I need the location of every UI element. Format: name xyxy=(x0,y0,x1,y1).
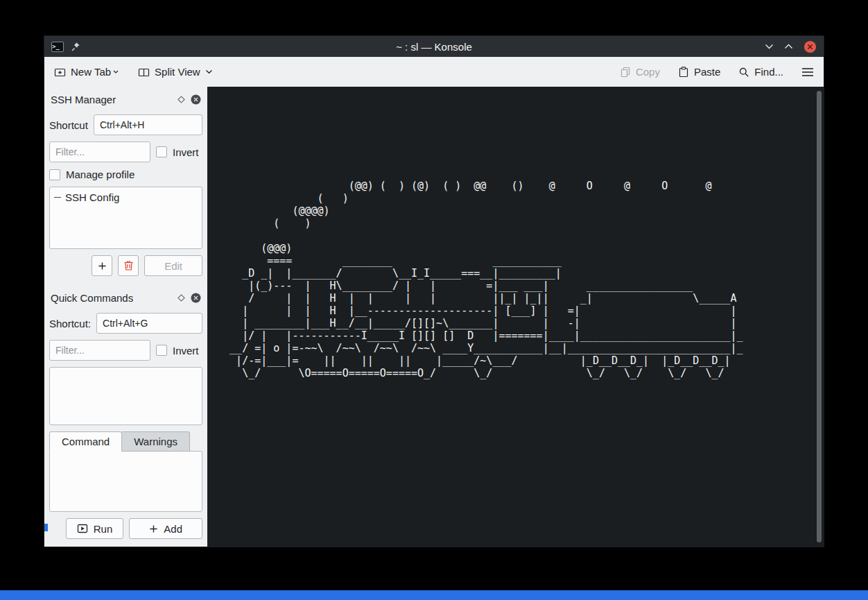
qc-actions-row: Run Add xyxy=(49,518,202,539)
qc-shortcut-input[interactable] xyxy=(96,313,202,334)
new-tab-label: New Tab xyxy=(71,66,111,78)
run-button-label: Run xyxy=(94,523,113,535)
sidebar: SSH Manager Shortcut xyxy=(44,87,207,547)
edit-button-label: Edit xyxy=(164,260,182,272)
trash-icon xyxy=(123,260,134,271)
add-entry-button[interactable] xyxy=(92,255,112,276)
edit-entry-button[interactable]: Edit xyxy=(144,255,202,276)
qc-invert-label: Invert xyxy=(173,345,199,357)
terminal-scrollbar[interactable] xyxy=(817,91,822,542)
copy-icon xyxy=(620,67,631,78)
konsole-app-icon[interactable]: >_ xyxy=(51,42,64,52)
split-view-label: Split View xyxy=(155,66,200,78)
qc-shortcut-label: Shortcut: xyxy=(49,318,91,329)
tab-warnings-label: Warnings xyxy=(134,436,177,447)
titlebar-left-icons: >_ xyxy=(51,42,80,52)
qc-commands-list[interactable] xyxy=(49,367,202,425)
main-toolbar: New Tab Split View xyxy=(44,57,824,87)
hamburger-icon xyxy=(801,67,814,77)
ssh-invert-checkbox[interactable] xyxy=(156,146,167,157)
menu-button[interactable] xyxy=(801,67,814,77)
minimize-button[interactable] xyxy=(765,44,774,49)
ssh-config-list[interactable]: SSH Config xyxy=(49,187,202,249)
delete-entry-button[interactable] xyxy=(118,255,139,276)
split-view-icon xyxy=(138,67,150,78)
terminal-output: (@@) ( ) (@) ( ) @@ () @ O @ O @ ( ) (@@… xyxy=(211,92,743,379)
manage-profile-row: Manage profile xyxy=(49,169,202,180)
titlebar[interactable]: >_ ~ : sl — Konsole xyxy=(44,36,824,57)
plus-icon xyxy=(98,262,107,271)
manage-profile-label: Manage profile xyxy=(66,169,134,180)
maximize-button[interactable] xyxy=(784,44,793,49)
qc-command-editor[interactable] xyxy=(49,451,202,512)
ssh-filter-row: Invert xyxy=(49,142,202,162)
run-icon xyxy=(77,523,88,534)
list-item-ssh-config[interactable]: SSH Config xyxy=(54,191,198,203)
qc-tabbar: Command Warnings xyxy=(49,431,202,452)
toolbar-right-group: Copy Paste Find... xyxy=(620,66,814,78)
manage-profile-checkbox[interactable] xyxy=(49,169,60,180)
paste-icon xyxy=(678,67,689,78)
window-controls xyxy=(765,40,817,53)
tab-command-label: Command xyxy=(62,436,110,447)
qc-shortcut-row: Shortcut: xyxy=(49,313,202,334)
find-button[interactable]: Find... xyxy=(738,66,783,78)
ssh-shortcut-row: Shortcut xyxy=(49,114,202,135)
copy-label: Copy xyxy=(636,66,660,78)
qc-invert-checkbox[interactable] xyxy=(156,345,167,356)
quick-commands-panel: Quick Commands Shortcut: xyxy=(49,288,202,539)
tab-warnings[interactable]: Warnings xyxy=(122,431,190,452)
panel-close-icon[interactable] xyxy=(191,293,201,303)
desktop-edge-notch xyxy=(44,524,48,531)
panel-float-icon[interactable] xyxy=(177,293,186,302)
ssh-manager-panel: SSH Manager Shortcut xyxy=(49,89,202,288)
desktop-bottom-strip xyxy=(0,590,868,600)
ssh-shortcut-input[interactable] xyxy=(94,114,202,135)
tree-branch-icon xyxy=(54,197,61,198)
ssh-shortcut-label: Shortcut xyxy=(49,119,88,131)
pin-icon[interactable] xyxy=(71,42,80,52)
split-view-button[interactable]: Split View xyxy=(138,66,213,78)
new-tab-icon xyxy=(54,67,66,78)
window-content: SSH Manager Shortcut xyxy=(44,87,824,547)
add-button-label: Add xyxy=(164,523,182,535)
copy-button[interactable]: Copy xyxy=(620,66,660,78)
quick-commands-header: Quick Commands xyxy=(49,289,202,306)
ssh-manager-title: SSH Manager xyxy=(51,94,172,105)
new-tab-button[interactable]: New Tab xyxy=(54,66,119,78)
find-label: Find... xyxy=(754,66,783,78)
ssh-invert-label: Invert xyxy=(173,146,199,158)
ssh-config-label: SSH Config xyxy=(65,191,119,203)
panel-close-icon[interactable] xyxy=(191,94,201,105)
paste-button[interactable]: Paste xyxy=(678,66,720,78)
window-title: ~ : sl — Konsole xyxy=(44,41,824,53)
konsole-window: >_ ~ : sl — Konsole xyxy=(44,36,824,547)
quick-commands-title: Quick Commands xyxy=(51,292,172,304)
qc-filter-input[interactable] xyxy=(49,340,150,361)
close-button[interactable] xyxy=(804,40,817,53)
search-icon xyxy=(738,67,749,78)
ssh-filter-input[interactable] xyxy=(49,142,150,162)
new-tab-caret-icon xyxy=(113,70,119,74)
paste-label: Paste xyxy=(694,66,720,78)
panel-float-icon[interactable] xyxy=(177,95,186,104)
ssh-manager-header: SSH Manager xyxy=(49,91,202,108)
ssh-actions-row: Edit xyxy=(49,255,202,276)
chevron-down-icon xyxy=(205,69,213,74)
run-button[interactable]: Run xyxy=(66,518,124,539)
terminal-view[interactable]: (@@) ( ) (@) ( ) @@ () @ O @ O @ ( ) (@@… xyxy=(207,87,824,547)
plus-icon xyxy=(149,524,158,533)
qc-filter-row: Invert xyxy=(49,340,202,361)
tab-command[interactable]: Command xyxy=(49,431,122,452)
qc-add-button[interactable]: Add xyxy=(129,518,202,539)
